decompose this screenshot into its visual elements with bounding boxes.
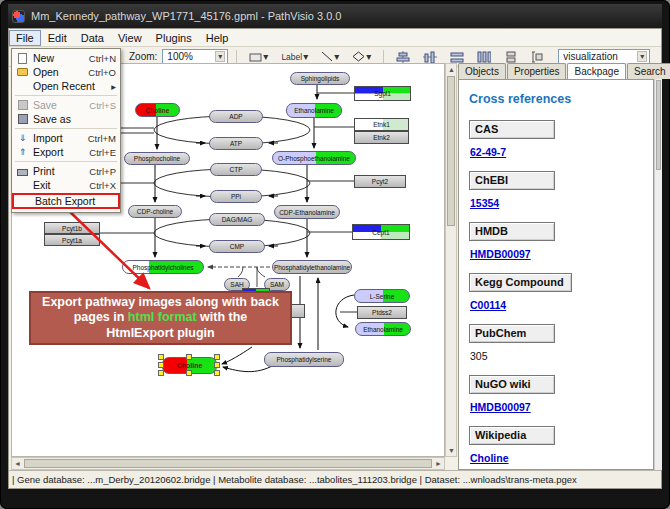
window-title: Mm_Kennedy_pathway_WP1771_45176.gpml - P… <box>31 10 341 22</box>
side-panel-tabs: Objects Properties Backpage Search Legen… <box>458 63 662 79</box>
status-bar: | Gene database: ...m_Derby_20120602.bri… <box>9 470 661 487</box>
datanode-icon <box>249 52 262 62</box>
new-document-icon <box>16 53 29 64</box>
node-sgpl1[interactable]: Sgpl1 <box>354 86 411 101</box>
selection-handle[interactable] <box>158 354 164 360</box>
node-phosphocholine[interactable]: Phosphocholine <box>124 152 190 165</box>
scroll-up-icon[interactable]: ▲ <box>446 64 457 75</box>
distribute-horizontal-icon <box>450 51 464 63</box>
scroll-right-icon[interactable]: ► <box>433 458 444 469</box>
menu-item-open[interactable]: OpenCtrl+O <box>12 65 120 79</box>
datanode-tool-button[interactable]: ▾ <box>245 49 272 64</box>
scrollbar-thumb[interactable] <box>656 80 661 170</box>
node-cmp[interactable]: CMP <box>209 240 265 253</box>
save-disk-icon <box>16 100 29 110</box>
node-ppi[interactable]: PPi <box>210 190 262 203</box>
menu-item-new[interactable]: NewCtrl+N <box>12 51 120 65</box>
menu-edit[interactable]: Edit <box>41 30 74 46</box>
node-etnk2[interactable]: Etnk2 <box>354 131 409 144</box>
canvas-vertical-scrollbar[interactable]: ▲ ▼ <box>445 63 457 457</box>
shape-icon <box>352 51 365 62</box>
node-cdp-ethanolamine[interactable]: CDP-Ethanolamine <box>274 205 340 219</box>
node-ethanolamine-top[interactable]: Ethanolamine <box>286 103 342 118</box>
tab-backpage[interactable]: Backpage <box>567 63 625 79</box>
menu-item-exit[interactable]: ExitCtrl+X <box>12 178 120 192</box>
menu-item-open-recent[interactable]: Open Recent ▸ <box>12 79 120 93</box>
node-cept1[interactable]: Cept1 <box>352 224 410 240</box>
selection-handle[interactable] <box>214 354 220 360</box>
menu-help[interactable]: Help <box>199 30 236 46</box>
align-center-x-icon <box>396 51 410 63</box>
selection-handle[interactable] <box>214 362 220 368</box>
node-phosphatidylethanolamine[interactable]: Phosphatidylethanolamine <box>272 260 352 274</box>
node-pcyt1a[interactable]: Pcyt1a <box>44 234 100 246</box>
crossref-link[interactable]: 15354 <box>470 197 653 209</box>
crossref-section-pubchem: PubChem <box>469 324 555 343</box>
menu-item-export[interactable]: ⇑ ExportCtrl+E <box>12 145 120 159</box>
annotation-callout: Export pathway images along with back pa… <box>29 291 292 345</box>
selection-handle[interactable] <box>158 362 164 368</box>
line-icon <box>321 51 333 62</box>
scroll-down-icon[interactable]: ▼ <box>446 445 457 456</box>
menu-data[interactable]: Data <box>74 30 111 46</box>
menu-item-import[interactable]: ⇓ ImportCtrl+M <box>12 131 120 145</box>
crossref-link[interactable]: Choline <box>470 452 653 464</box>
distribute-vertical-icon <box>477 51 491 63</box>
scrollbar-thumb[interactable] <box>447 76 455 226</box>
callout-highlight: html format <box>128 310 197 324</box>
node-atp[interactable]: ATP <box>209 137 263 150</box>
crossref-link[interactable]: 62-49-7 <box>470 146 653 158</box>
canvas-horizontal-scrollbar[interactable]: ◄ ► <box>11 457 445 470</box>
menu-view[interactable]: View <box>111 30 149 46</box>
crossref-link[interactable]: C00114 <box>470 299 653 311</box>
node-pcyt1b[interactable]: Pcyt1b <box>44 222 100 234</box>
node-etnk1[interactable]: Etnk1 <box>354 118 409 131</box>
crossref-section-nugo: NuGO wiki <box>469 375 555 394</box>
node-pcyt2[interactable]: Pcyt2 <box>354 175 406 188</box>
menu-file[interactable]: File <box>9 30 41 46</box>
tab-properties[interactable]: Properties <box>507 63 567 79</box>
node-cdp-choline[interactable]: CDP-choline <box>128 205 182 218</box>
submenu-arrow-icon: ▸ <box>111 81 116 92</box>
menu-plugins[interactable]: Plugins <box>149 30 199 46</box>
label-tool-button[interactable]: Label ▾ <box>277 49 312 64</box>
tab-search[interactable]: Search <box>627 63 670 79</box>
node-sphingolipids[interactable]: Sphingolipids <box>290 72 350 85</box>
menu-item-print[interactable]: PrintCtrl+P <box>12 164 120 178</box>
node-l-serine[interactable]: L-Serine <box>354 289 410 303</box>
selection-handle[interactable] <box>186 354 192 360</box>
line-tool-button[interactable]: ▾ <box>317 49 343 64</box>
node-adp[interactable]: ADP <box>209 110 263 123</box>
node-ctp[interactable]: CTP <box>210 163 262 176</box>
node-phosphatidylcholines[interactable]: Phosphatidylcholines <box>122 260 204 274</box>
chevron-down-icon: ▾ <box>334 51 339 62</box>
node-choline-top[interactable]: Choline <box>135 103 180 117</box>
zoom-combobox[interactable]: 100% ▾ <box>162 49 228 64</box>
menu-item-save-as[interactable]: Save as <box>12 112 120 126</box>
scrollbar-thumb[interactable] <box>24 459 432 468</box>
crossref-link[interactable]: HMDB00097 <box>470 401 653 413</box>
selection-handle[interactable] <box>158 370 164 376</box>
node-ethanolamine-bottom[interactable]: Ethanolamine <box>355 322 411 336</box>
panel-scrollbar[interactable] <box>654 79 662 470</box>
tab-objects[interactable]: Objects <box>458 63 506 79</box>
app-frame: File Edit Data View Plugins Help Zoom: 1… <box>8 28 662 489</box>
chevron-down-icon[interactable]: ▾ <box>637 51 647 62</box>
shape-tool-button[interactable]: ▾ <box>348 49 375 64</box>
scroll-left-icon[interactable]: ◄ <box>12 458 23 469</box>
crossref-section-wikipedia: Wikipedia <box>469 426 555 445</box>
crossref-link[interactable]: HMDB00097 <box>470 248 653 260</box>
node-dag-mag[interactable]: DAG/MAG <box>209 213 265 226</box>
selection-handle[interactable] <box>214 370 220 376</box>
node-phosphatidylserine[interactable]: Phosphatidylserine <box>264 352 344 367</box>
title-bar[interactable]: Mm_Kennedy_pathway_WP1771_45176.gpml - P… <box>8 4 662 28</box>
node-o-phosphoethanolamine[interactable]: O-Phosphoethanolamine <box>272 151 356 165</box>
menu-item-save[interactable]: SaveCtrl+S <box>12 98 120 112</box>
node-ptdss2[interactable]: Ptdss2 <box>357 306 407 319</box>
crossref-section-kegg: Kegg Compound <box>469 273 572 292</box>
menu-item-batch-export[interactable]: Batch Export <box>12 193 120 209</box>
chevron-down-icon[interactable]: ▾ <box>215 51 225 62</box>
align-center-y-icon <box>423 51 437 63</box>
selection-handle[interactable] <box>186 370 192 376</box>
visualization-combobox[interactable]: visualization ▾ <box>558 49 650 64</box>
